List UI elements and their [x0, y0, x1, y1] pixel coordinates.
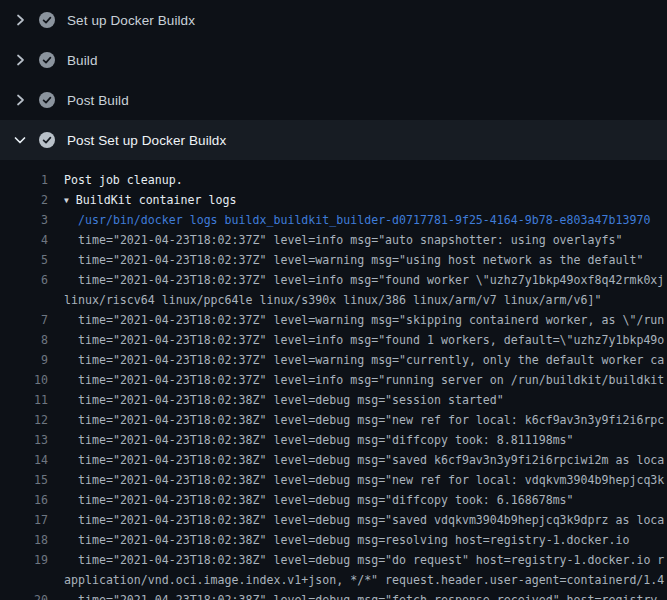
- check-circle-icon: [39, 132, 55, 148]
- step-row-post-set-up-docker-buildx[interactable]: Post Set up Docker Buildx: [0, 120, 667, 160]
- log-line: 12time="2021-04-23T18:02:38Z" level=debu…: [0, 410, 667, 430]
- line-number[interactable]: 18: [0, 530, 48, 550]
- log-text: time="2021-04-23T18:02:38Z" level=debug …: [48, 410, 667, 430]
- log-line: linux/riscv64 linux/ppc64le linux/s390x …: [0, 290, 667, 310]
- line-number[interactable]: 8: [0, 330, 48, 350]
- collapse-triangle-icon[interactable]: ▼: [64, 191, 69, 210]
- log-text: time="2021-04-23T18:02:37Z" level=info m…: [48, 230, 667, 250]
- log-lines: 1Post job cleanup.2▼BuildKit container l…: [0, 160, 667, 600]
- step-row-post-build[interactable]: Post Build: [0, 80, 667, 120]
- log-text: time="2021-04-23T18:02:38Z" level=debug …: [48, 470, 667, 490]
- chevron-right-icon[interactable]: [12, 12, 28, 28]
- log-line: 14time="2021-04-23T18:02:38Z" level=debu…: [0, 450, 667, 470]
- log-line: 7time="2021-04-23T18:02:37Z" level=warni…: [0, 310, 667, 330]
- line-number: [0, 290, 48, 310]
- log-text: time="2021-04-23T18:02:38Z" level=debug …: [48, 490, 667, 510]
- log-line: 18time="2021-04-23T18:02:38Z" level=debu…: [0, 530, 667, 550]
- line-number[interactable]: 12: [0, 410, 48, 430]
- log-line: 20time="2021-04-23T18:02:38Z" level=debu…: [0, 590, 667, 600]
- log-text: time="2021-04-23T18:02:37Z" level=info m…: [48, 330, 667, 350]
- line-number: [0, 570, 48, 590]
- check-circle-icon: [39, 52, 55, 68]
- line-number[interactable]: 6: [0, 270, 48, 290]
- log-text: application/vnd.oci.image.index.v1+json,…: [48, 570, 667, 590]
- step-list: Set up Docker Buildx Build Post Build: [0, 0, 667, 160]
- line-number[interactable]: 17: [0, 510, 48, 530]
- log-text: linux/riscv64 linux/ppc64le linux/s390x …: [48, 290, 667, 310]
- chevron-right-icon[interactable]: [12, 92, 28, 108]
- line-number[interactable]: 1: [0, 170, 48, 190]
- log-text: Post job cleanup.: [48, 170, 667, 190]
- step-row-set-up-docker-buildx[interactable]: Set up Docker Buildx: [0, 0, 667, 40]
- step-label: Post Set up Docker Buildx: [67, 133, 226, 148]
- line-number[interactable]: 20: [0, 590, 48, 600]
- line-number[interactable]: 7: [0, 310, 48, 330]
- log-text: time="2021-04-23T18:02:38Z" level=debug …: [48, 590, 667, 600]
- line-number[interactable]: 4: [0, 230, 48, 250]
- step-label: Build: [67, 53, 98, 68]
- line-number[interactable]: 10: [0, 370, 48, 390]
- log-line: application/vnd.oci.image.index.v1+json,…: [0, 570, 667, 590]
- line-number[interactable]: 2: [0, 190, 48, 210]
- log-text: time="2021-04-23T18:02:38Z" level=debug …: [48, 390, 667, 410]
- line-number[interactable]: 19: [0, 550, 48, 570]
- log-text: time="2021-04-23T18:02:37Z" level=warnin…: [48, 310, 667, 330]
- line-number[interactable]: 16: [0, 490, 48, 510]
- line-number[interactable]: 15: [0, 470, 48, 490]
- log-text: time="2021-04-23T18:02:38Z" level=debug …: [48, 530, 667, 550]
- step-label: Post Build: [67, 93, 129, 108]
- log-text: time="2021-04-23T18:02:38Z" level=debug …: [48, 430, 667, 450]
- log-line: 19time="2021-04-23T18:02:38Z" level=debu…: [0, 550, 667, 570]
- log-text: ▼BuildKit container logs: [48, 190, 667, 210]
- command-text: /usr/bin/docker logs buildx_buildkit_bui…: [48, 210, 667, 230]
- line-number[interactable]: 5: [0, 250, 48, 270]
- log-line: 6time="2021-04-23T18:02:37Z" level=info …: [0, 270, 667, 290]
- line-number[interactable]: 3: [0, 210, 48, 230]
- line-number[interactable]: 13: [0, 430, 48, 450]
- log-line: 9time="2021-04-23T18:02:37Z" level=warni…: [0, 350, 667, 370]
- log-line: 8time="2021-04-23T18:02:37Z" level=info …: [0, 330, 667, 350]
- log-text: time="2021-04-23T18:02:38Z" level=debug …: [48, 450, 667, 470]
- log-line: 2▼BuildKit container logs: [0, 190, 667, 210]
- workflow-log-viewer: Set up Docker Buildx Build Post Build: [0, 0, 667, 600]
- check-circle-icon: [39, 12, 55, 28]
- check-circle-icon: [39, 92, 55, 108]
- log-line: 4time="2021-04-23T18:02:37Z" level=info …: [0, 230, 667, 250]
- log-line: 16time="2021-04-23T18:02:38Z" level=debu…: [0, 490, 667, 510]
- log-line: 1Post job cleanup.: [0, 170, 667, 190]
- log-text: time="2021-04-23T18:02:37Z" level=warnin…: [48, 350, 667, 370]
- log-text: time="2021-04-23T18:02:37Z" level=info m…: [48, 270, 667, 290]
- line-number[interactable]: 11: [0, 390, 48, 410]
- step-label: Set up Docker Buildx: [67, 13, 195, 28]
- line-number[interactable]: 9: [0, 350, 48, 370]
- log-text: time="2021-04-23T18:02:37Z" level=info m…: [48, 370, 667, 390]
- chevron-right-icon[interactable]: [12, 52, 28, 68]
- log-line: 13time="2021-04-23T18:02:38Z" level=debu…: [0, 430, 667, 450]
- log-line: 15time="2021-04-23T18:02:38Z" level=debu…: [0, 470, 667, 490]
- line-number[interactable]: 14: [0, 450, 48, 470]
- log-text: time="2021-04-23T18:02:38Z" level=debug …: [48, 550, 667, 570]
- log-line: 17time="2021-04-23T18:02:38Z" level=debu…: [0, 510, 667, 530]
- chevron-down-icon[interactable]: [12, 132, 28, 148]
- log-text: time="2021-04-23T18:02:37Z" level=warnin…: [48, 250, 667, 270]
- log-line: 10time="2021-04-23T18:02:37Z" level=info…: [0, 370, 667, 390]
- log-text: time="2021-04-23T18:02:38Z" level=debug …: [48, 510, 667, 530]
- log-line: 5time="2021-04-23T18:02:37Z" level=warni…: [0, 250, 667, 270]
- log-line: 11time="2021-04-23T18:02:38Z" level=debu…: [0, 390, 667, 410]
- step-row-build[interactable]: Build: [0, 40, 667, 80]
- log-line: 3/usr/bin/docker logs buildx_buildkit_bu…: [0, 210, 667, 230]
